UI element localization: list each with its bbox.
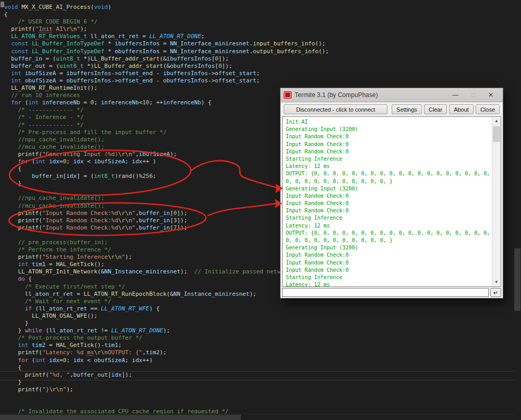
termite-titlebar[interactable]: Termite 3.1 (by CompuPhase) — □ ✕ (281, 88, 503, 102)
terminal-line: Input Random Check:0 (286, 133, 492, 140)
code-line[interactable]: int tim2 = HAL_GetTick()-tim1; (4, 342, 514, 349)
code-line[interactable]: } (4, 320, 514, 327)
code-line[interactable]: LL_ATON_RT_RetValues_t ll_aton_rt_ret = … (4, 33, 514, 40)
terminal-line: Latency: 12 ms (286, 281, 492, 286)
terminal-screen[interactable]: Init AIGenerating Input (3200)Input Rand… (282, 116, 501, 287)
termite-app-icon (284, 91, 292, 99)
terminal-line: Input Random Check:0 (286, 207, 492, 214)
terminal-scrollbar-thumb[interactable] (493, 126, 500, 142)
code-line[interactable]: const LL_Buffer_InfoTypeDef * ibuffersIn… (4, 40, 514, 47)
code-line[interactable]: printf("Init AI\r\n"); (4, 26, 514, 33)
send-enter-icon[interactable]: ↵ (490, 288, 501, 297)
code-line[interactable]: { (4, 11, 514, 18)
clear-button[interactable]: Clear (424, 104, 447, 114)
terminal-line: Generating Input (3200) (286, 185, 492, 193)
code-line[interactable]: buffer_in = (uint8_t *)LL_Buffer_addr_st… (4, 55, 514, 63)
code-line[interactable]: printf("Latency: %d ms\r\nOUTPUT: {",tim… (4, 349, 514, 356)
code-line[interactable]: /* Wait for next event */ (4, 298, 514, 305)
editor-horizontal-scrollbar-thumb[interactable] (0, 415, 241, 420)
terminal-output: Init AIGenerating Input (3200)Input Rand… (283, 117, 492, 286)
code-line[interactable] (4, 401, 514, 408)
maximize-icon[interactable]: □ (464, 88, 482, 102)
code-line[interactable]: /* USER CODE BEGIN 6 */ (4, 18, 514, 26)
code-line[interactable]: buffer_out = (uint8_t *)LL_Buffer_addr_s… (4, 63, 514, 70)
terminal-line: Generating Input (3200) (286, 244, 492, 251)
terminal-line: Input Random Check:0 (286, 148, 492, 155)
termite-window: Termite 3.1 (by CompuPhase) — □ ✕ Discon… (280, 88, 503, 298)
terminal-line: Starting Inference (286, 274, 492, 281)
code-line[interactable]: { (4, 364, 514, 371)
terminal-line: Input Random Check:0 (286, 200, 492, 207)
editor-horizontal-scrollbar[interactable] (0, 414, 514, 420)
editor-vertical-scrollbar-thumb[interactable] (514, 248, 520, 311)
terminal-line: Input Random Check:0 (286, 193, 492, 200)
terminal-line: Input Random Check:0 (286, 141, 492, 148)
minimize-icon[interactable]: — (446, 88, 464, 102)
terminal-line: Starting Inference (286, 214, 492, 222)
settings-button[interactable]: Settings (392, 104, 422, 114)
editor-vertical-scrollbar[interactable] (514, 0, 521, 420)
scroll-down-icon[interactable]: ▼ (492, 278, 501, 286)
code-line[interactable]: } (4, 379, 514, 386)
code-line[interactable]: int obufSizeA = obuffersInfos->offset_en… (4, 77, 514, 85)
gutter-mark (1, 2, 4, 7)
terminal-line: OUTPUT: {0, 0, 0, 0, 0, 0, 0, 0, 0, 0, 0… (286, 170, 492, 177)
code-line[interactable] (4, 393, 514, 401)
code-line[interactable]: int ibufSizeA = ibuffersInfos->offset_en… (4, 70, 514, 77)
terminal-line: 0, 0, 0, 0, 0, 0, 0, 0, 0, 0, 0, } (286, 178, 492, 185)
code-line[interactable]: const LL_Buffer_InfoTypeDef * obuffersIn… (4, 48, 514, 55)
screenshot-root: void MX_X_CUBE_AI_Process(void){ /* USER… (0, 0, 521, 420)
code-line[interactable]: } while (ll_aton_rt_ret != LL_ATON_RT_DO… (4, 327, 514, 334)
code-line[interactable]: void MX_X_CUBE_AI_Process(void) (4, 4, 514, 11)
termite-title: Termite 3.1 (by CompuPhase) (295, 91, 446, 99)
send-row: ↵ (282, 288, 501, 297)
code-line[interactable]: if (ll_aton_rt_ret == LL_ATON_RT_WFE) { (4, 305, 514, 313)
terminal-line: Starting Inference (286, 155, 492, 163)
terminal-line: Latency: 12 ms (286, 222, 492, 230)
connect-button[interactable]: Disconnected - click to connect (284, 104, 387, 114)
about-button[interactable]: About (449, 104, 474, 114)
scroll-up-icon[interactable]: ▲ (492, 117, 501, 125)
terminal-scrollbar[interactable]: ▲ ▼ (492, 117, 501, 286)
terminal-line: Init AI (286, 118, 492, 126)
terminal-line: Latency: 12 ms (286, 163, 492, 170)
terminal-line: Generating Input (3200) (286, 126, 492, 133)
send-input[interactable] (282, 288, 489, 297)
terminal-line: Input Random Check:0 (286, 251, 492, 259)
close-button[interactable]: Close (476, 104, 500, 114)
code-line[interactable]: /* Post-process the output buffer */ (4, 334, 514, 342)
terminal-line: Input Random Check:0 (286, 267, 492, 274)
close-icon[interactable]: ✕ (482, 88, 500, 102)
terminal-line: OUTPUT: {0, 0, 0, 0, 0, 0, 0, 0, 0, 0, 0… (286, 230, 492, 237)
termite-toolbar: Disconnected - click to connect Settings… (281, 102, 503, 116)
terminal-line: 0, 0, 0, 0, 0, 0, 0, 0, 0, 0, 0, } (286, 237, 492, 244)
code-line[interactable]: printf("}\r\n"); (4, 386, 514, 393)
terminal-line: Input Random Check:0 (286, 259, 492, 267)
code-line[interactable]: for (int idx=0; idx < obufSizeA; idx++) (4, 357, 514, 364)
code-line[interactable]: LL_ATON_OSAL_WFE(); (4, 313, 514, 320)
code-line[interactable]: printf("%d, ",buffer_out[idx]); (4, 371, 514, 379)
